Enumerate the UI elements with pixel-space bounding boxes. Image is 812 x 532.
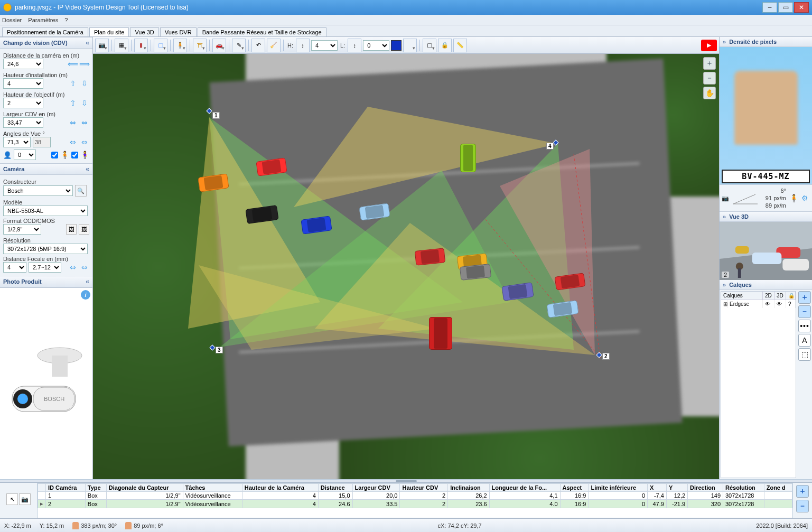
menu-parametres[interactable]: Paramètres xyxy=(28,17,58,23)
undo-button[interactable]: ↶ xyxy=(251,39,265,52)
section-vue3d-header[interactable]: Vue 3D xyxy=(720,212,812,222)
table-row[interactable]: 1Box 1/2,9"Vidéosurveillance 415,0 20,02… xyxy=(38,492,792,500)
camera-table[interactable]: ID Caméra Type Diagonale du Capteur Tâch… xyxy=(37,483,793,518)
info-icon[interactable]: i xyxy=(81,290,90,300)
layer-3d-visible[interactable]: 👁 xyxy=(774,300,786,308)
col-limite[interactable]: Limite inférieure xyxy=(589,484,648,492)
section-calques-header[interactable]: Calques xyxy=(720,280,812,290)
section-photo-header[interactable]: Photo Produit « xyxy=(0,276,92,287)
tab-bande-passante[interactable]: Bande Passante Réseau et Taille de Stock… xyxy=(198,27,326,36)
zoom-out-button[interactable]: － xyxy=(703,72,716,85)
youtube-help-button[interactable]: ▶ xyxy=(701,40,717,51)
input-hauteur-objectif[interactable]: 2 xyxy=(3,98,43,108)
layer-remove-button[interactable]: － xyxy=(798,305,811,318)
layer-text-button[interactable]: A xyxy=(798,334,811,347)
vue3d-preview[interactable]: 2 xyxy=(720,222,812,280)
distance-left-icon[interactable]: ⟸ xyxy=(68,59,78,69)
menu-dossier[interactable]: Dossier xyxy=(2,17,22,23)
tool-lock-button[interactable]: 🔒 xyxy=(438,39,452,52)
format-landscape-button[interactable]: 🖼 xyxy=(66,224,77,235)
tab-plan-du-site[interactable]: Plan du site xyxy=(89,27,129,36)
tool-select-button[interactable]: ▦ xyxy=(115,39,128,52)
color-picker[interactable] xyxy=(391,40,402,51)
check-person-male[interactable] xyxy=(51,152,58,158)
table-add-button[interactable]: ＋ xyxy=(796,485,809,498)
col-dist[interactable]: Distance xyxy=(318,484,352,492)
pan-button[interactable]: ✋ xyxy=(703,87,716,99)
site-plan-canvas[interactable]: 1 4 3 2 ＋ － ✋ xyxy=(93,54,719,479)
distance-right-icon[interactable]: ⟹ xyxy=(80,59,89,69)
tab-vues-dvr[interactable]: Vues DVR xyxy=(160,27,197,36)
col-res[interactable]: Résolution xyxy=(723,484,764,492)
tool-box-button[interactable]: ▢ xyxy=(154,39,167,52)
col-haut[interactable]: Hauteur de la Caméra xyxy=(242,484,318,492)
input-modele[interactable]: NBE-5503-AL xyxy=(3,206,88,216)
tool-vehicle-button[interactable]: 🚗 xyxy=(212,39,226,52)
section-camera-header[interactable]: Caméra « xyxy=(0,163,92,175)
col-taches[interactable]: Tâches xyxy=(183,484,242,492)
menu-help[interactable]: ? xyxy=(64,17,68,23)
input-people-count[interactable]: 0 xyxy=(14,150,36,160)
tab-vue-3d[interactable]: Vue 3D xyxy=(130,27,158,36)
layer-name[interactable]: Erdgesc xyxy=(727,300,763,308)
input-format[interactable]: 1/2,9'' xyxy=(3,224,41,235)
input-constructeur[interactable]: Bosch xyxy=(3,185,73,196)
col-y[interactable]: Y xyxy=(666,484,687,492)
gridnav-cursor-button[interactable]: ↖ xyxy=(6,493,18,505)
angle-wide-icon[interactable]: ⇔ xyxy=(80,137,89,147)
minimize-button[interactable]: – xyxy=(762,2,777,13)
input-distance[interactable]: 24,6 xyxy=(3,59,43,69)
zoom-in-button[interactable]: ＋ xyxy=(703,57,716,70)
input-L[interactable]: 0 xyxy=(363,40,389,51)
maximize-button[interactable]: ▭ xyxy=(778,2,793,13)
col-hautcdv[interactable]: Hauteur CDV xyxy=(400,484,448,492)
hobj-down-icon[interactable]: ⇩ xyxy=(80,98,89,108)
input-focal-range[interactable]: 2.7~12 xyxy=(29,262,61,273)
focal-narrow-icon[interactable]: ⇔ xyxy=(68,263,78,272)
hobj-up-icon[interactable]: ⇧ xyxy=(68,98,78,108)
layer-lock[interactable]: ? xyxy=(786,300,796,308)
tool-furniture-button[interactable]: ⛩ xyxy=(193,39,207,52)
tool-person-button[interactable]: 🧍 xyxy=(173,39,187,52)
input-largeur-cdv[interactable]: 33,47 xyxy=(3,117,43,128)
input-focal-min[interactable]: 4 xyxy=(3,262,26,273)
col-diag[interactable]: Diagonale du Capteur xyxy=(106,484,183,492)
section-densite-header[interactable]: Densité de pixels xyxy=(720,37,812,47)
color-dropdown[interactable] xyxy=(403,39,417,52)
col-aspect[interactable]: Aspect xyxy=(560,484,589,492)
tool-background-button[interactable]: ▢ xyxy=(423,39,436,52)
input-resolution[interactable]: 3072x1728 (5MP 16:9) xyxy=(3,244,88,254)
tool-measure-button[interactable]: 📏 xyxy=(453,39,467,52)
layer-add-button[interactable]: ＋ xyxy=(798,291,811,304)
col-x[interactable]: X xyxy=(648,484,667,492)
focal-wide-icon[interactable]: ⇔ xyxy=(80,263,89,272)
tab-positionnement[interactable]: Positionnement de la Caméra xyxy=(2,27,88,36)
layers-list[interactable]: Calques 2D 3D 🔒 ⊞ Erdgesc 👁 👁 ? xyxy=(721,291,796,478)
col-dir[interactable]: Direction xyxy=(688,484,723,492)
layer-more-button[interactable]: ••• xyxy=(798,320,811,332)
table-row[interactable]: ▸ 2Box 1/2.9"Vidéosurveillance 424.6 33.… xyxy=(38,500,792,508)
expand-icon[interactable]: ⊞ xyxy=(721,300,727,308)
col-largcdv[interactable]: Largeur CDV xyxy=(352,484,400,492)
table-remove-button[interactable]: － xyxy=(796,500,809,512)
tool-wall-button[interactable]: ▮ xyxy=(134,39,148,52)
tool-draw-button[interactable]: ✎ xyxy=(232,39,246,52)
hinst-down-icon[interactable]: ⇩ xyxy=(80,79,89,88)
check-person-female[interactable] xyxy=(71,152,78,158)
col-type[interactable]: Type xyxy=(85,484,106,492)
tool-camera-button[interactable]: 📷 xyxy=(95,39,109,52)
input-H[interactable]: 4 xyxy=(311,40,338,51)
close-button[interactable]: ✕ xyxy=(794,2,809,13)
col-id[interactable]: ID Caméra xyxy=(46,484,86,492)
gridnav-camera-button[interactable]: 📷 xyxy=(19,493,31,505)
clean-button[interactable]: 🧹 xyxy=(267,39,281,52)
col-long[interactable]: Longueur de la Fo... xyxy=(489,484,560,492)
angle-narrow-icon[interactable]: ⇔ xyxy=(68,137,78,147)
input-hauteur-install[interactable]: 4 xyxy=(3,78,43,89)
layer-2d-visible[interactable]: 👁 xyxy=(763,300,774,308)
settings-icon[interactable]: ⚙ xyxy=(801,194,810,202)
col-incl[interactable]: Inclinaison xyxy=(448,484,489,492)
section-cdv-header[interactable]: Champ de vision (CDV) « xyxy=(0,37,92,49)
hinst-up-icon[interactable]: ⇧ xyxy=(68,79,78,88)
input-angle-h[interactable]: 71,3 xyxy=(3,137,31,147)
